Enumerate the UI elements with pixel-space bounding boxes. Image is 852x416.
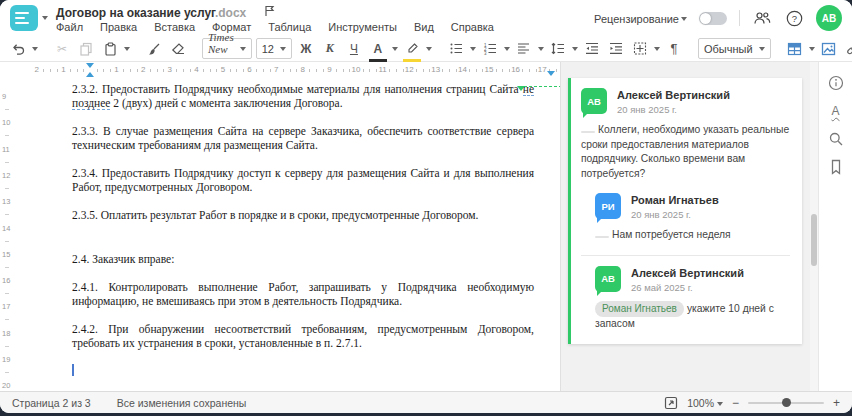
ruler-number: 10 [352, 65, 361, 74]
mention-pill[interactable] [581, 131, 595, 133]
paragraph-style-select[interactable]: Обычный [698, 38, 771, 59]
comment-author: Алексей Вертинский [617, 89, 730, 101]
logo-caret-icon[interactable] [42, 16, 48, 20]
document-text: 2.3.2. Предоставить Подрядчику необходим… [14, 78, 560, 376]
undo-button[interactable] [8, 39, 28, 59]
paste-caret-icon[interactable] [124, 47, 130, 51]
comment-item[interactable]: РИ Роман Игнатьев 20 янв 2025 г. Нам пот… [595, 193, 790, 243]
line-spacing-icon[interactable] [548, 39, 568, 59]
align-caret-icon[interactable] [538, 47, 544, 51]
spellcheck-icon[interactable]: А [827, 102, 845, 120]
document-page[interactable]: 2.3.2. Предоставить Подрядчику необходим… [14, 78, 560, 391]
ruler-number: 13 [2, 197, 10, 206]
menu-item[interactable]: Таблица [268, 21, 311, 33]
ruler-number: 18 [2, 329, 10, 338]
numbered-list-caret-icon[interactable] [504, 47, 510, 51]
font-color-button[interactable]: А [368, 39, 388, 59]
bullet-list-caret-icon[interactable] [470, 47, 476, 51]
font-color-caret-icon[interactable] [392, 47, 398, 51]
numbered-list-icon[interactable]: 123 [480, 39, 500, 59]
menu-item[interactable]: Вставка [154, 21, 195, 33]
scrollbar-thumb[interactable] [811, 214, 817, 266]
zoom-slider[interactable] [748, 402, 824, 404]
menu-item[interactable]: Правка [100, 21, 137, 33]
zoom-out-button[interactable]: − [732, 398, 739, 408]
bullet-list-icon[interactable] [446, 39, 466, 59]
undo-caret-icon[interactable] [32, 47, 38, 51]
align-icon[interactable] [514, 39, 534, 59]
comment-thread-card[interactable]: АВ Алексей Вертинский 20 янв 2025 г. Кол… [568, 78, 802, 344]
ruler-number: 2 [141, 65, 145, 74]
collaboration-icon[interactable] [752, 8, 772, 28]
increase-indent-icon[interactable] [606, 39, 626, 59]
ruler-number: 11 [378, 65, 386, 74]
bold-button[interactable]: Ж [296, 39, 316, 59]
show-marks-button[interactable]: ¶ [664, 39, 684, 59]
menu-item[interactable]: Инструменты [328, 21, 397, 33]
shading-caret-icon[interactable] [654, 47, 660, 51]
right-indent-marker[interactable] [547, 71, 555, 76]
app-logo[interactable] [10, 5, 38, 31]
highlight-button[interactable] [402, 39, 422, 59]
document-paragraph: 2.4. Заказчик вправе: [72, 252, 534, 266]
horizontal-ruler[interactable]: 21123456789101112131415161718 [14, 62, 560, 79]
font-size-select[interactable]: 12 [256, 38, 292, 59]
italic-button[interactable]: К [320, 39, 340, 59]
bookmark-icon[interactable] [827, 158, 845, 176]
ruler-number: 1 [114, 65, 118, 74]
line-spacing-caret-icon[interactable] [572, 47, 578, 51]
first-line-indent-marker[interactable] [86, 63, 94, 68]
review-toggle[interactable] [699, 12, 727, 25]
menu-item[interactable]: Файл [56, 21, 83, 33]
highlight-caret-icon[interactable] [426, 47, 432, 51]
help-icon[interactable]: ? [784, 8, 804, 28]
decrease-indent-icon[interactable] [582, 39, 602, 59]
link-icon[interactable] [843, 39, 852, 59]
font-color-letter: А [374, 43, 383, 55]
comment-item[interactable]: АВ Алексей Вертинский 20 янв 2025 г. Кол… [581, 88, 790, 181]
text-cursor [72, 364, 74, 376]
menu-item[interactable]: Справка [451, 21, 494, 33]
page-indicator[interactable]: Страница 2 из 3 [12, 397, 91, 409]
image-icon[interactable] [819, 39, 839, 59]
document-paragraph: 2.3.4. Предоставить Подрядчику доступ к … [72, 166, 534, 194]
info-icon[interactable] [827, 74, 845, 92]
comment-text: Нам потребуется неделя [595, 228, 790, 243]
left-indent-marker[interactable] [86, 72, 94, 77]
zoom-value[interactable]: 100% [687, 397, 723, 409]
table-icon[interactable] [785, 39, 805, 59]
comment-text: Коллеги, необходимо указать реальные сро… [581, 123, 790, 181]
cut-button[interactable]: ✂ [52, 39, 72, 59]
zoom-in-button[interactable]: + [833, 398, 840, 408]
paste-button[interactable] [100, 39, 120, 59]
search-icon[interactable] [827, 130, 845, 148]
user-avatar[interactable]: АВ [816, 5, 842, 31]
ruler-number: 2 [35, 65, 39, 74]
review-mode-button[interactable]: Рецензирование [594, 9, 687, 27]
document-paragraph: 2.3.3. В случае размещения Сайта на серв… [72, 124, 534, 152]
vertical-scrollbar[interactable] [810, 62, 818, 391]
menu-item[interactable]: Вид [414, 21, 434, 33]
paragraph-style-value: Обычный [704, 43, 753, 55]
mention-pill[interactable]: Роман Игнатьев [595, 301, 684, 318]
ruler-number: 12 [2, 171, 10, 180]
copy-button[interactable] [76, 39, 96, 59]
header-right: Рецензирование ? АВ [594, 0, 842, 36]
mention-pill[interactable] [595, 236, 609, 238]
table-caret-icon[interactable] [809, 47, 815, 51]
font-name-select[interactable]: Times New ... [202, 38, 252, 59]
right-sidebar: А [818, 62, 852, 391]
comment-item[interactable]: АВ Алексей Вертинский 26 май 2025 г. Ром… [595, 255, 790, 332]
ruler-number: 3 [168, 65, 172, 74]
clear-style-icon[interactable] [168, 39, 188, 59]
fit-page-icon[interactable] [663, 395, 678, 410]
ruler-number: 17 [538, 65, 547, 74]
zoom-slider-knob[interactable] [782, 398, 791, 407]
format-painter-icon[interactable] [144, 39, 164, 59]
paragraph-shading-icon[interactable] [630, 39, 650, 59]
flag-icon[interactable] [264, 6, 275, 20]
vertical-ruler[interactable]: 91011121314151617181920 [0, 78, 15, 391]
underline-button[interactable]: Ч [344, 39, 364, 59]
ruler-number: 20 [2, 381, 10, 390]
toggle-knob [700, 13, 711, 24]
